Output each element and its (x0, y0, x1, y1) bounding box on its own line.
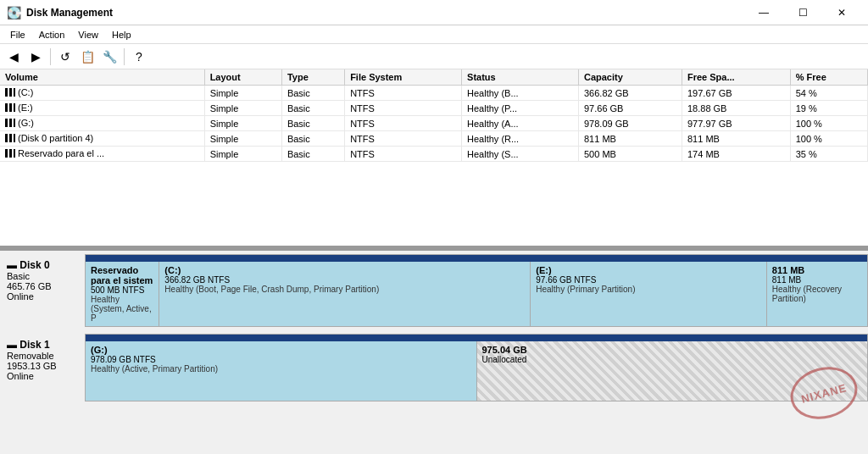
menu-bar: FileActionViewHelp (0, 25, 868, 44)
col-capacity: Capacity (578, 69, 682, 86)
disk0-part2-size: 366.82 GB NTFS (164, 275, 525, 285)
table-row[interactable]: Reservado para el ...SimpleBasicNTFSHeal… (0, 147, 868, 162)
window-title: Disk Management (26, 7, 744, 19)
col-free: Free Spa... (682, 69, 790, 86)
app-icon: 💽 (7, 6, 21, 19)
disk0-parts-row: Reservado para el sistem 500 MB NTFS Hea… (86, 262, 867, 326)
disk0-part2-name: (C:) (164, 265, 525, 275)
refresh-button[interactable]: ↺ (55, 47, 75, 67)
disk1-partition-1[interactable]: (G:) 978.09 GB NTFS Healthy (Active, Pri… (86, 341, 477, 401)
disk1-partitions: (G:) 978.09 GB NTFS Healthy (Active, Pri… (85, 334, 868, 401)
col-volume: Volume (0, 69, 204, 86)
disk0-status: Online (7, 291, 78, 302)
disk1-name: ▬ Disk 1 (7, 339, 78, 351)
disk0-name: ▬ Disk 0 (7, 259, 78, 271)
disk0-part3-size: 97.66 GB NTFS (536, 275, 761, 285)
disk1-part1-size: 978.09 GB NTFS (91, 355, 471, 364)
col-type: Type (281, 69, 344, 86)
table-row[interactable]: (G:)SimpleBasicNTFSHealthy (A...978.09 G… (0, 116, 868, 131)
disk1-top-bar (86, 335, 867, 341)
minimize-button[interactable]: — (744, 0, 783, 25)
close-button[interactable]: ✕ (822, 0, 861, 25)
disk0-row: ▬ Disk 0 Basic 465.76 GB Online Reservad… (0, 254, 868, 327)
disk0-top-bar (86, 255, 867, 262)
menu-item-help[interactable]: Help (105, 28, 138, 42)
back-button[interactable]: ◀ (3, 47, 24, 67)
properties-button[interactable]: 📋 (77, 47, 97, 67)
disk1-row: ▬ Disk 1 Removable 1953.13 GB Online (G:… (0, 334, 868, 401)
maximize-button[interactable]: ☐ (783, 0, 822, 25)
disk1-part1-name: (G:) (91, 345, 471, 355)
menu-item-view[interactable]: View (71, 28, 105, 42)
window-controls: — ☐ ✕ (744, 0, 861, 25)
table-row[interactable]: (E:)SimpleBasicNTFSHealthy (P...97.66 GB… (0, 101, 868, 116)
disk1-part2-name: 975.04 GB (482, 345, 863, 355)
disk1-label: ▬ Disk 1 Removable 1953.13 GB Online (0, 334, 85, 401)
title-bar: 💽 Disk Management — ☐ ✕ (0, 0, 868, 25)
action-button[interactable]: 🔧 (99, 47, 120, 67)
disk0-part3-name: (E:) (536, 265, 761, 275)
col-status: Status (462, 69, 579, 86)
disk-area: ▬ Disk 0 Basic 465.76 GB Online Reservad… (0, 251, 868, 454)
menu-item-file[interactable]: File (3, 28, 32, 42)
disk0-size: 465.76 GB (7, 281, 78, 291)
disk0-part2-status: Healthy (Boot, Page File, Crash Dump, Pr… (164, 285, 525, 294)
disk0-part4-size: 811 MB (772, 275, 862, 285)
disk0-part1-name: Reservado para el sistem (91, 265, 153, 285)
disk1-part2-size: Unallocated (482, 355, 863, 364)
disk0-part1-size: 500 MB NTFS (91, 285, 153, 295)
disk0-label: ▬ Disk 0 Basic 465.76 GB Online (0, 254, 85, 327)
toolbar-separator-2 (124, 48, 125, 65)
disk1-stripe: ▬ (7, 339, 17, 351)
forward-button[interactable]: ▶ (25, 47, 46, 67)
table-row[interactable]: (C:)SimpleBasicNTFSHealthy (B...366.82 G… (0, 86, 868, 101)
disk1-status: Online (7, 371, 78, 381)
volume-table: Volume Layout Type File System Status Ca… (0, 69, 868, 162)
main-content: Volume Layout Type File System Status Ca… (0, 69, 868, 454)
volume-table-body: (C:)SimpleBasicNTFSHealthy (B...366.82 G… (0, 86, 868, 162)
col-layout: Layout (204, 69, 281, 86)
table-header-row: Volume Layout Type File System Status Ca… (0, 69, 868, 86)
disk0-partition-2[interactable]: (C:) 366.82 GB NTFS Healthy (Boot, Page … (159, 262, 531, 326)
disk1-parts-row: (G:) 978.09 GB NTFS Healthy (Active, Pri… (86, 341, 867, 401)
table-row[interactable]: (Disk 0 partition 4)SimpleBasicNTFSHealt… (0, 131, 868, 147)
disk0-partitions: Reservado para el sistem 500 MB NTFS Hea… (85, 254, 868, 327)
disk1-size: 1953.13 GB (7, 361, 78, 371)
disk0-stripe: ▬ (7, 259, 17, 271)
toolbar-separator-1 (50, 48, 51, 65)
disk0-partition-1[interactable]: Reservado para el sistem 500 MB NTFS Hea… (86, 262, 159, 326)
disk1-part1-status: Healthy (Active, Primary Partition) (91, 364, 471, 374)
disk1-type: Removable (7, 351, 78, 361)
help-button[interactable]: ? (129, 47, 149, 67)
disk0-type: Basic (7, 271, 78, 281)
disk0-part4-name: 811 MB (772, 265, 862, 275)
disk0-part1-status: Healthy (System, Active, P (91, 295, 153, 323)
toolbar: ◀ ▶ ↺ 📋 🔧 ? (0, 44, 868, 69)
col-filesystem: File System (345, 69, 462, 86)
col-pct: % Free (790, 69, 867, 86)
disk0-part4-status: Healthy (Recovery Partition) (772, 285, 862, 303)
disk0-partition-4[interactable]: 811 MB 811 MB Healthy (Recovery Partitio… (767, 262, 867, 326)
menu-item-action[interactable]: Action (32, 28, 72, 42)
volume-table-container: Volume Layout Type File System Status Ca… (0, 69, 868, 247)
disk0-part3-status: Healthy (Primary Partition) (536, 285, 761, 294)
disk0-partition-3[interactable]: (E:) 97.66 GB NTFS Healthy (Primary Part… (531, 262, 767, 326)
